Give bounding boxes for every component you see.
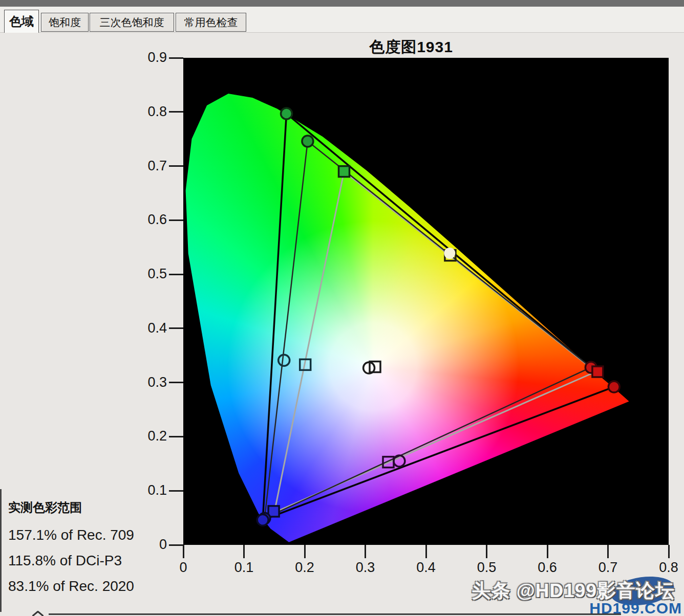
cropped-bottom-line (49, 613, 621, 615)
y-tick-label: 0.4 (128, 320, 167, 336)
rec2020-green-vertex-marker (281, 108, 292, 119)
gamut-triangle-dci-p3 (274, 171, 596, 512)
target-green-marker (339, 166, 350, 177)
y-tick-label: 0.3 (128, 375, 167, 390)
x-tick-label: 0.6 (524, 560, 570, 576)
tab-saturation[interactable]: 饱和度 (41, 13, 89, 32)
tab-bar: 色域 饱和度 三次色饱和度 常用色检查 (0, 7, 684, 33)
x-tick-label: 0.5 (464, 560, 510, 576)
stat-rec709: 157.1% of Rec. 709 (8, 527, 134, 543)
y-tick-label: 0.7 (128, 158, 167, 174)
x-tick-label: 0.7 (585, 560, 631, 576)
rec2020-red-vertex-marker (608, 381, 619, 392)
x-tick-mark (668, 545, 670, 558)
y-tick-label: 0.8 (128, 104, 167, 120)
measured-cyan-marker (279, 355, 290, 366)
measured-yellow-marker (444, 248, 455, 259)
gamut-triangle-rec2020 (263, 114, 614, 520)
y-tick-mark (169, 57, 183, 59)
tab-common-color-check[interactable]: 常用色检查 (176, 13, 246, 32)
y-tick-mark (169, 436, 183, 437)
x-tick-mark (304, 545, 306, 558)
stat-rec2020: 83.1% of Rec. 2020 (8, 578, 134, 595)
y-tick-label: 0.1 (128, 482, 167, 498)
x-tick-label: 0.2 (282, 560, 328, 576)
x-tick-mark (365, 545, 366, 558)
target-red-marker (592, 366, 603, 377)
chart-title: 色度图1931 (143, 37, 679, 58)
y-tick-label: 0.2 (128, 428, 167, 444)
cropped-bottom-glyph (32, 610, 44, 616)
x-tick-mark (243, 545, 245, 558)
measured-range-heading: 实测色彩范围 (8, 499, 82, 516)
watermark-url: HD199.COM (589, 600, 682, 616)
x-tick-mark (607, 545, 609, 558)
x-tick-mark (183, 545, 184, 558)
x-tick-mark (425, 545, 427, 558)
window-edge-line (0, 489, 2, 612)
x-tick-label: 0 (160, 560, 206, 576)
x-tick-mark (547, 545, 548, 558)
gamut-overlay (183, 58, 669, 545)
x-tick-mark (486, 545, 487, 558)
x-tick-label: 0.8 (646, 560, 684, 576)
window-title-strip (0, 0, 684, 7)
y-tick-mark (169, 544, 183, 546)
calibration-app-window: 色域 饱和度 三次色饱和度 常用色检查 色度图1931 00.10.20.30.… (0, 0, 684, 616)
x-tick-label: 0.3 (343, 560, 389, 576)
tab-tertiary-saturation[interactable]: 三次色饱和度 (90, 13, 174, 32)
stat-dcip3: 115.8% of DCi-P3 (8, 553, 122, 569)
y-tick-label: 0.6 (128, 212, 167, 228)
y-tick-mark (169, 219, 183, 221)
y-tick-mark (169, 274, 183, 275)
y-tick-label: 0.9 (128, 50, 167, 65)
y-tick-mark (169, 111, 183, 113)
y-tick-mark (169, 165, 183, 167)
y-tick-mark (169, 490, 183, 492)
y-tick-mark (169, 382, 183, 383)
measured-green-marker (302, 136, 313, 147)
x-tick-label: 0.4 (403, 560, 449, 576)
rec2020-blue-vertex-marker (257, 514, 268, 525)
y-tick-label: 0.5 (128, 266, 167, 282)
x-tick-label: 0.1 (221, 560, 267, 576)
tab-gamut[interactable]: 色域 (4, 10, 39, 33)
y-tick-mark (169, 327, 183, 329)
cie-plot-area (183, 58, 669, 545)
